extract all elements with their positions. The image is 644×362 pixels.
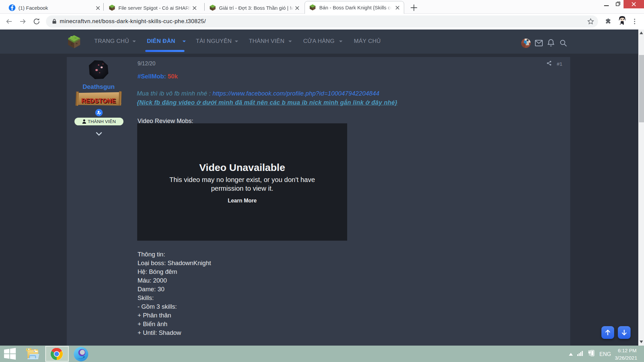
svg-text:REDSTONE: REDSTONE: [82, 98, 116, 104]
